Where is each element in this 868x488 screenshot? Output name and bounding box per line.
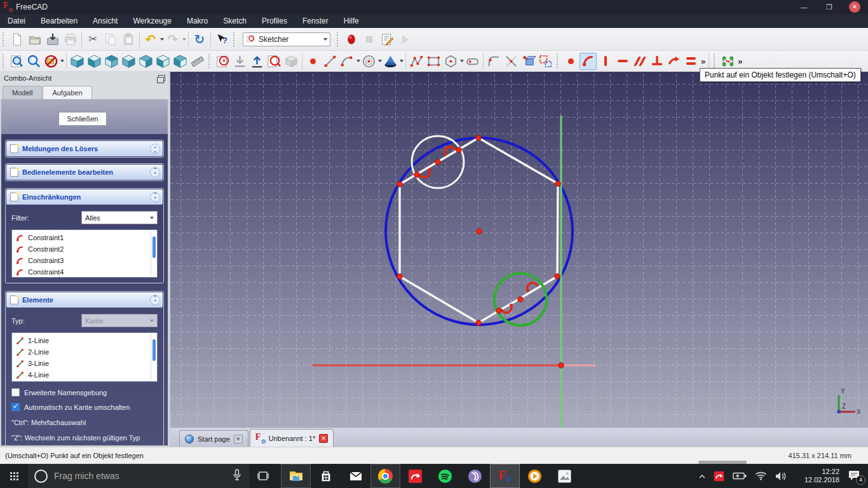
restore-button[interactable]: ❐ [824,3,835,11]
constraint-perpendicular-button[interactable] [648,53,665,70]
redo-dropdown-caret-icon[interactable] [182,38,186,41]
measure-distance-button[interactable] [189,53,206,70]
paste-button[interactable] [119,30,137,48]
menu-item[interactable]: Makro [179,15,215,27]
view-section-button[interactable] [283,53,300,70]
view-bottom-button[interactable] [154,53,172,70]
taskbar-media-player[interactable] [520,464,550,488]
macro-edit-button[interactable] [378,30,396,48]
refresh-button[interactable]: ↻ [191,30,208,48]
toolbar-grip[interactable] [557,54,560,68]
conic-caret-icon[interactable] [400,60,403,62]
menu-item[interactable]: Fenster [295,15,336,27]
constraint-point-on-object-button[interactable] [580,53,597,70]
speaker-icon[interactable] [775,471,787,481]
constraint-list-item[interactable]: Constraint2 [12,243,157,255]
auto-switch-checkbox[interactable] [11,403,20,411]
view-top-button[interactable] [103,53,120,70]
toolbar-grip[interactable] [3,54,6,68]
close-button[interactable]: ✕ [849,1,860,13]
section-elements-header[interactable]: Elemente ⌃⌃ [6,292,163,308]
menu-item[interactable]: Hilfe [336,15,367,27]
cut-button[interactable]: ✂ [84,30,102,48]
toolbar-grip[interactable] [337,32,340,46]
microphone-icon[interactable] [233,469,249,483]
redo-button[interactable]: ↷ [164,30,182,48]
external-geometry-button[interactable] [520,53,537,70]
trim-button[interactable] [503,53,520,70]
create-arc-button[interactable] [339,53,356,70]
create-conic-button[interactable] [382,53,399,70]
taskbar-mail[interactable] [341,464,370,488]
chevron-up-icon[interactable]: ⌃⌃ [150,192,160,202]
wifi-icon[interactable] [755,471,767,480]
menu-item[interactable]: Datei [0,15,33,27]
view-rear-button[interactable] [137,53,154,70]
menu-item[interactable]: Werkzeuge [125,15,179,27]
elements-scrollbar[interactable] [151,334,156,380]
tab-start-page-close-icon[interactable]: ✕ [234,435,243,444]
close-task-button[interactable]: Schließen [58,112,107,126]
save-button[interactable] [44,30,62,48]
tab-modell[interactable]: Modell [3,86,42,99]
minimize-button[interactable]: — [798,3,810,11]
taskbar-freecad[interactable]: F⚙ [490,464,520,488]
create-circle-button[interactable] [360,53,377,70]
toolbar-grip[interactable] [714,54,717,68]
tray-expand-icon[interactable] [699,474,705,478]
fillet-button[interactable] [485,53,503,70]
map-sketch-button[interactable] [266,53,283,70]
section-solver-header[interactable]: Meldungen des Lösers ⌄⌄ [6,141,163,156]
toolbar-overflow-button[interactable]: » [736,57,743,66]
taskbar-photos[interactable] [550,464,580,488]
cortana-search[interactable]: Frag mich etwas [28,464,249,488]
taskbar-chrome[interactable] [370,464,400,488]
float-panel-button[interactable] [158,75,165,81]
taskbar-avira[interactable] [400,464,430,488]
filter-select[interactable]: Alles [81,211,158,224]
taskbar-bittorrent[interactable] [460,464,490,488]
constraint-coincident-button[interactable] [562,53,580,70]
fit-selection-button[interactable] [25,53,43,70]
open-file-button[interactable] [26,30,44,48]
leave-sketch-button[interactable] [231,53,248,70]
toolbar-grip[interactable] [233,32,236,46]
create-point-button[interactable] [304,53,322,70]
taskbar-clock[interactable]: 12:22 12.02.2018 [795,468,839,484]
menu-item[interactable]: Bearbeiten [33,15,85,27]
constraint-parallel-button[interactable] [631,53,648,70]
undo-button[interactable]: ↶ [142,30,159,48]
menu-item[interactable]: Sketch [215,15,254,27]
constraint-list-item[interactable]: Constraint4 [12,266,157,278]
constraint-overflow-button[interactable]: » [700,57,707,66]
tab-start-page[interactable]: Start page ✕ [179,430,248,447]
view-left-button[interactable] [172,53,189,70]
create-polygon-button[interactable] [442,53,459,70]
menu-item[interactable]: Profiles [254,15,295,27]
extended-naming-checkbox[interactable] [11,388,20,396]
workbench-selector[interactable]: Sketcher [243,32,330,46]
action-center-button[interactable]: 4 [848,470,862,482]
toggle-construction-button[interactable] [537,53,554,70]
copy-button[interactable] [102,30,119,48]
tab-unbenannt-close-icon[interactable]: ✕ [319,434,328,443]
create-polyline-button[interactable] [408,53,425,70]
taskbar-store[interactable] [311,464,341,488]
chevron-up-icon[interactable]: ⌃⌃ [150,167,160,177]
start-button[interactable] [0,464,28,488]
fit-all-button[interactable] [8,53,25,70]
new-file-button[interactable] [8,30,26,48]
print-button[interactable] [62,30,79,48]
create-rectangle-button[interactable] [425,53,442,70]
create-line-button[interactable] [322,53,339,70]
chevron-down-icon[interactable]: ⌄⌄ [150,144,160,154]
draw-style-caret-icon[interactable] [60,60,64,62]
taskbar-file-explorer[interactable] [281,464,311,488]
tab-unbenannt[interactable]: F⚙ Unbenannt : 1* ✕ [250,429,334,447]
create-slot-button[interactable] [464,53,481,70]
task-view-button[interactable] [249,464,277,488]
constraint-symmetric-button[interactable] [719,53,736,70]
constraint-horizontal-button[interactable] [614,53,631,70]
element-list-item[interactable]: 2-Linie [12,346,157,358]
create-sketch-button[interactable] [214,53,231,70]
